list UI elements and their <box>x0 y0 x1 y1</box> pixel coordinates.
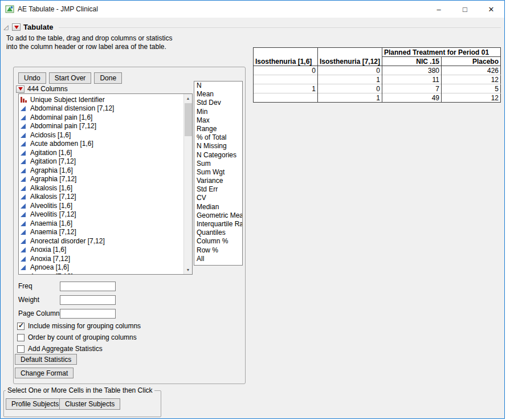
checkbox[interactable] <box>17 334 25 341</box>
minimize-button[interactable]: – <box>426 1 452 18</box>
statistic-item[interactable]: Sum Wgt <box>194 168 242 177</box>
cell-actions-group: Select One or More Cells in the Table th… <box>3 390 161 417</box>
change-format-button[interactable]: Change Format <box>15 368 74 378</box>
table-cell[interactable]: 1 <box>318 93 382 103</box>
column-list-item[interactable]: Agitation [7,12] <box>21 157 192 166</box>
done-button[interactable]: Done <box>94 72 122 84</box>
statistic-item[interactable]: Median <box>194 203 242 211</box>
column-list-item[interactable]: Anoxia [7,12] <box>21 254 192 263</box>
scrollbar-thumb[interactable] <box>185 103 192 136</box>
statistic-item[interactable]: N Missing <box>194 142 242 150</box>
statistic-item[interactable]: Interquartile Ra <box>194 220 242 229</box>
instructions-line-2: into the column header or row label area… <box>6 43 173 51</box>
default-statistics-button[interactable]: Default Statistics <box>15 354 77 365</box>
statistic-item[interactable]: CV <box>194 194 242 202</box>
columns-red-triangle-icon[interactable] <box>16 85 25 93</box>
statistic-item[interactable]: Sum <box>194 160 242 168</box>
table-cell[interactable]: 0 <box>318 66 382 75</box>
column-label: Alkalosis [1,6] <box>30 184 72 192</box>
column-list-item[interactable]: Apnoea [7,12] <box>21 272 192 275</box>
statistic-item[interactable]: Std Err <box>194 185 242 194</box>
cluster-subjects-button[interactable]: Cluster Subjects <box>59 398 120 410</box>
statistic-item[interactable]: Variance <box>194 177 242 185</box>
span-header-planned-treatment[interactable]: Planned Treatment for Period 01 <box>382 48 501 57</box>
table-cell[interactable] <box>254 75 318 84</box>
option-label: Order by count of grouping columns <box>28 333 137 341</box>
table-cell[interactable]: 0 <box>254 66 318 75</box>
column-list-item[interactable]: Alveolitis [1,6] <box>21 201 192 210</box>
column-list-item[interactable]: Agraphia [7,12] <box>21 175 192 184</box>
page-column-input[interactable] <box>60 309 116 319</box>
column-list-item[interactable]: Apnoea [1,6] <box>21 263 192 272</box>
tabulate-red-triangle-icon[interactable] <box>12 23 21 31</box>
statistic-item[interactable]: Row % <box>194 246 242 255</box>
columns-scrollbar[interactable]: ▲ ▼ <box>183 94 192 274</box>
statistic-item[interactable]: Column % <box>194 237 242 246</box>
column-list-item[interactable]: Anaemia [1,6] <box>21 219 192 228</box>
profile-subjects-button[interactable]: Profile Subjects <box>6 398 64 410</box>
statistic-item[interactable]: N Categories <box>194 151 242 160</box>
column-list-item[interactable]: Abdominal pain [1,6] <box>21 113 192 122</box>
column-header-nic-15[interactable]: NIC .15 <box>382 57 442 66</box>
outline-collapse-icon[interactable]: ◿ <box>3 23 8 31</box>
table-cell[interactable]: 12 <box>442 75 501 84</box>
column-list-item[interactable]: Alkalosis [1,6] <box>21 184 192 193</box>
column-list-item[interactable]: Anaemia [7,12] <box>21 228 192 237</box>
table-cell[interactable]: 12 <box>442 93 501 103</box>
statistic-item[interactable]: All <box>194 255 242 263</box>
undo-button[interactable]: Undo <box>18 72 46 84</box>
statistic-item[interactable]: Mean <box>194 90 242 99</box>
column-list-item[interactable]: Unique Subject Identifier <box>21 95 192 104</box>
jmp-app-icon <box>5 5 14 14</box>
column-list-item[interactable]: Agraphia [1,6] <box>21 166 192 175</box>
statistic-item[interactable]: Range <box>194 125 242 133</box>
column-list-item[interactable]: Agitation [1,6] <box>21 148 192 157</box>
table-header-row-top: Isosthenuria [1,6] Isosthenuria [7,12] P… <box>254 48 501 57</box>
statistic-item[interactable]: N <box>194 81 242 90</box>
column-label: Acute abdomen [1,6] <box>30 140 93 148</box>
statistic-item[interactable]: Min <box>194 108 242 116</box>
continuous-triangle-glyph <box>21 230 26 235</box>
scroll-down-icon[interactable]: ▼ <box>184 266 192 274</box>
close-button[interactable]: ✕ <box>478 1 504 18</box>
statistic-item[interactable]: Geometric Mea <box>194 211 242 220</box>
checkbox[interactable]: ✓ <box>17 323 25 330</box>
column-header-placebo[interactable]: Placebo <box>442 57 501 66</box>
statistic-item[interactable]: Std Dev <box>194 99 242 107</box>
statistic-item[interactable]: Quantiles <box>194 229 242 237</box>
column-list-item[interactable]: Acidosis [1,6] <box>21 131 192 140</box>
table-cell[interactable]: 426 <box>442 66 501 75</box>
continuous-icon <box>21 247 28 252</box>
statistic-item[interactable]: % of Total <box>194 133 242 142</box>
table-cell[interactable]: 49 <box>382 93 442 103</box>
column-list-item[interactable]: Anoxia [1,6] <box>21 246 192 255</box>
statistic-item[interactable]: Max <box>194 116 242 125</box>
continuous-icon <box>21 158 28 164</box>
table-cell[interactable] <box>254 93 318 103</box>
table-cell[interactable]: 7 <box>382 84 442 93</box>
continuous-triangle-glyph <box>21 159 26 164</box>
table-cell[interactable]: 1 <box>318 75 382 84</box>
column-header-isosthenuria-7-12[interactable]: Isosthenuria [7,12] <box>318 48 382 66</box>
column-list-item[interactable]: Alveolitis [7,12] <box>21 210 192 219</box>
maximize-button[interactable]: □ <box>452 1 478 18</box>
column-list-item[interactable]: Abdominal pain [7,12] <box>21 122 192 131</box>
column-list-item[interactable]: Abdominal distension [7,12] <box>21 104 192 113</box>
table-cell[interactable]: 0 <box>318 84 382 93</box>
table-cell[interactable]: 5 <box>442 84 501 93</box>
start-over-button[interactable]: Start Over <box>49 72 92 84</box>
column-list-item[interactable]: Acute abdomen [1,6] <box>21 140 192 149</box>
continuous-triangle-glyph <box>21 256 26 262</box>
column-list-item[interactable]: Alkalosis [7,12] <box>21 193 192 202</box>
statistics-list[interactable]: NMeanStd DevMinMaxRange% of TotalN Missi… <box>194 81 243 266</box>
freq-input[interactable] <box>60 282 116 291</box>
scroll-up-icon[interactable]: ▲ <box>184 94 192 103</box>
weight-input[interactable] <box>60 295 116 305</box>
column-header-isosthenuria-1-6[interactable]: Isosthenuria [1,6] <box>254 48 318 66</box>
checkbox[interactable] <box>17 345 25 353</box>
table-cell[interactable]: 380 <box>382 66 442 75</box>
table-cell[interactable]: 1 <box>254 84 318 93</box>
columns-list[interactable]: Unique Subject IdentifierAbdominal diste… <box>18 93 193 275</box>
column-list-item[interactable]: Anorectal disorder [7,12] <box>21 236 192 246</box>
table-cell[interactable]: 11 <box>382 75 442 84</box>
